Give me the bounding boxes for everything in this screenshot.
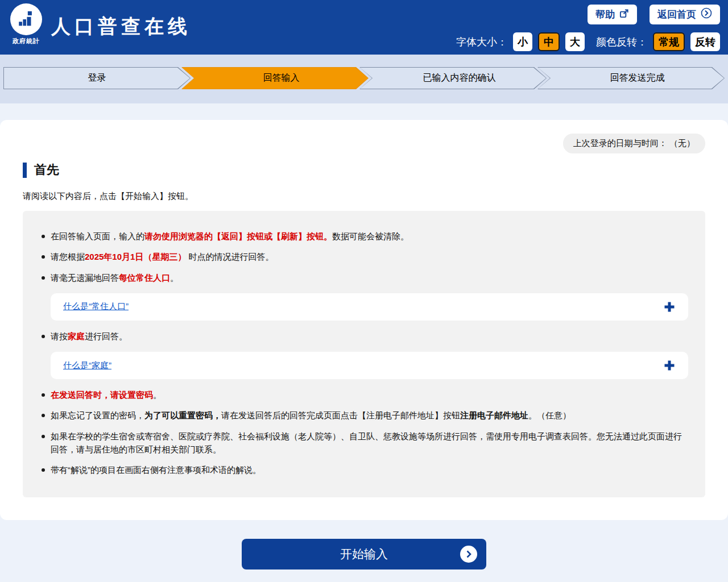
progress-steps: 登录 回答输入 已输入内容的确认 回答发送完成 bbox=[3, 67, 725, 89]
note-segment: 请毫无遗漏地回答 bbox=[51, 273, 119, 282]
step-answer-input: 回答输入 bbox=[181, 67, 369, 89]
plus-icon[interactable] bbox=[663, 301, 676, 313]
intro-text: 请阅读以下内容后，点击【开始输入】按钮。 bbox=[23, 191, 705, 202]
section-title: 首先 bbox=[34, 161, 59, 178]
note-item: 请毫无遗漏地回答每位常住人口。 bbox=[40, 271, 688, 284]
step-complete: 回答发送完成 bbox=[537, 67, 725, 89]
note-item: 如果在学校的学生宿舍或寄宿舍、医院或疗养院、社会福利设施（老人院等）、自卫队、惩… bbox=[40, 430, 688, 456]
what-is-household-link[interactable]: 什么是“家庭” bbox=[63, 360, 111, 371]
note-segment: 注册电子邮件地址 bbox=[460, 410, 528, 420]
external-link-icon bbox=[619, 9, 629, 21]
note-item: 在回答输入页面，输入的请勿使用浏览器的【返回】按钮或【刷新】按钮。数据可能会被清… bbox=[40, 230, 688, 243]
estat-pixel-logo-icon bbox=[10, 3, 42, 35]
note-segment: 如果在学校的学生宿舍或寄宿舍、医院或疗养院、社会福利设施（老人院等）、自卫队、惩… bbox=[51, 431, 682, 454]
note-segment: 2025年10月1日（星期三） bbox=[85, 252, 186, 261]
last-login-label: 上次登录的日期与时间： bbox=[573, 138, 667, 148]
expander-resident-population[interactable]: 什么是“常住人口” bbox=[51, 293, 688, 321]
chevron-right-circle-icon bbox=[701, 7, 712, 22]
note-segment: 。 bbox=[170, 273, 179, 282]
last-login-info: 上次登录的日期与时间： （无） bbox=[563, 134, 705, 153]
note-list: 请按家庭进行回答。 bbox=[40, 330, 688, 343]
color-normal-button[interactable]: 常规 bbox=[653, 32, 685, 51]
note-item: 请按家庭进行回答。 bbox=[40, 330, 688, 343]
note-segment: 在回答输入页面，输入的 bbox=[51, 231, 144, 241]
what-is-resident-population-link[interactable]: 什么是“常住人口” bbox=[63, 301, 129, 312]
step-login: 登录 bbox=[3, 67, 191, 89]
home-label: 返回首页 bbox=[657, 8, 696, 21]
note-item: 请您根据2025年10月1日（星期三） 时点的情况进行回答。 bbox=[40, 250, 688, 263]
note-segment: 请按 bbox=[51, 331, 68, 341]
step-label: 登录 bbox=[3, 67, 191, 89]
step-confirm: 已输入内容的确认 bbox=[359, 67, 547, 89]
progress-band: 登录 回答输入 已输入内容的确认 回答发送完成 bbox=[0, 55, 728, 103]
help-label: 帮助 bbox=[595, 8, 615, 21]
page-title: 人口普查在线 bbox=[51, 14, 191, 40]
note-segment: 请勿使用浏览器的【返回】按钮或【刷新】按钮。 bbox=[144, 231, 332, 241]
note-segment: 请您根据 bbox=[51, 252, 85, 261]
note-segment: 请在发送回答后的回答完成页面点击【注册电子邮件地址】按钮 bbox=[221, 410, 460, 420]
note-list: 在回答输入页面，输入的请勿使用浏览器的【返回】按钮或【刷新】按钮。数据可能会被清… bbox=[40, 230, 688, 284]
header: 政府統計 人口普查在线 帮助 返回首页 bbox=[0, 0, 728, 55]
note-segment: 家庭 bbox=[68, 331, 85, 341]
note-segment: 。（任意） bbox=[528, 410, 571, 420]
color-invert-button[interactable]: 反转 bbox=[690, 32, 720, 51]
chevron-right-icon bbox=[460, 546, 477, 563]
note-segment: 在发送回答时，请设置密码 bbox=[51, 390, 153, 400]
note-segment: 进行回答。 bbox=[85, 331, 127, 341]
logo-caption: 政府統計 bbox=[8, 37, 44, 45]
note-segment: 为了可以重置密码， bbox=[144, 410, 221, 420]
note-list: 在发送回答时，请设置密码。 如果忘记了设置的密码，为了可以重置密码，请在发送回答… bbox=[40, 388, 688, 476]
font-size-small-button[interactable]: 小 bbox=[513, 32, 532, 51]
note-segment: 每位常住人口 bbox=[119, 273, 170, 282]
back-to-home-button[interactable]: 返回首页 bbox=[650, 5, 720, 24]
note-item: 在发送回答时，请设置密码。 bbox=[40, 388, 688, 401]
note-segment: 。 bbox=[153, 390, 162, 400]
help-button[interactable]: 帮助 bbox=[588, 5, 637, 24]
note-segment: 带有“解说”的项目在画面右侧有注意事项和术语的解说。 bbox=[51, 465, 261, 475]
expander-household[interactable]: 什么是“家庭” bbox=[51, 352, 688, 379]
font-size-large-button[interactable]: 大 bbox=[565, 32, 585, 51]
font-size-medium-button[interactable]: 中 bbox=[538, 32, 560, 51]
government-statistics-logo: 政府統計 bbox=[8, 3, 44, 45]
last-login-value: （无） bbox=[669, 138, 695, 148]
notes-box: 在回答输入页面，输入的请勿使用浏览器的【返回】按钮或【刷新】按钮。数据可能会被清… bbox=[23, 211, 705, 497]
note-segment: 数据可能会被清除。 bbox=[332, 231, 409, 241]
start-input-label: 开始输入 bbox=[340, 546, 388, 562]
font-size-label: 字体大小： bbox=[456, 35, 507, 49]
note-item: 带有“解说”的项目在画面右侧有注意事项和术语的解说。 bbox=[40, 463, 688, 476]
color-invert-label: 颜色反转： bbox=[596, 35, 647, 49]
step-label: 回答输入 bbox=[181, 67, 369, 89]
section-accent-bar bbox=[23, 163, 27, 178]
main-panel: 上次登录的日期与时间： （无） 首先 请阅读以下内容后，点击【开始输入】按钮。 … bbox=[0, 120, 728, 520]
note-item: 如果忘记了设置的密码，为了可以重置密码，请在发送回答后的回答完成页面点击【注册电… bbox=[40, 409, 688, 422]
note-segment: 时点的情况进行回答。 bbox=[186, 252, 274, 261]
step-label: 已输入内容的确认 bbox=[359, 67, 547, 89]
start-button-band: 开始输入 bbox=[0, 520, 728, 582]
start-input-button[interactable]: 开始输入 bbox=[242, 539, 486, 569]
note-segment: 如果忘记了设置的密码， bbox=[51, 410, 144, 420]
plus-icon[interactable] bbox=[663, 359, 676, 372]
step-label: 回答发送完成 bbox=[537, 67, 725, 89]
